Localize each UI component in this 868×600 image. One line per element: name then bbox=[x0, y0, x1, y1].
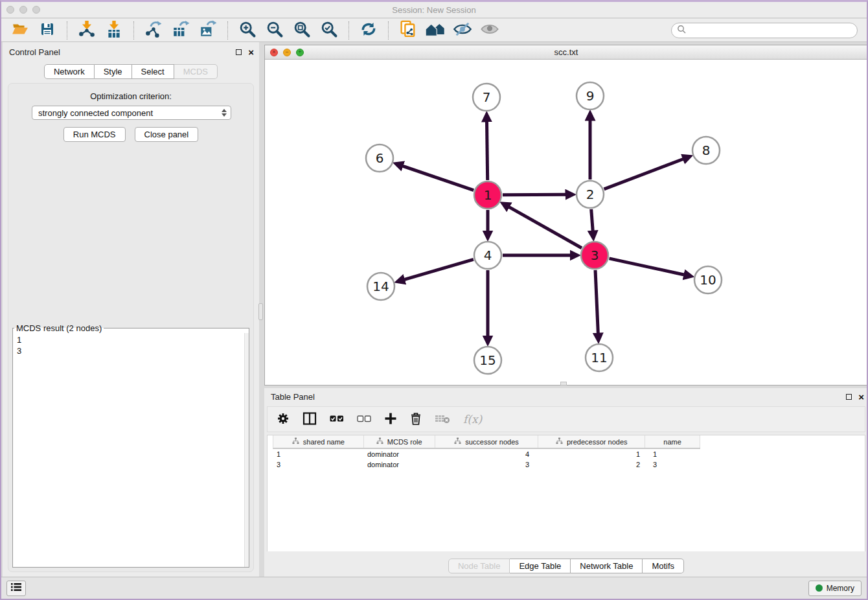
home-layout-button[interactable] bbox=[424, 20, 447, 41]
import-table-button[interactable] bbox=[102, 20, 126, 41]
manage-networks-button[interactable] bbox=[396, 20, 420, 41]
result-line: 3 bbox=[17, 345, 240, 356]
cell-predecessor-nodes: 1 bbox=[538, 449, 645, 459]
refresh-button[interactable] bbox=[357, 20, 380, 41]
delete-table-button[interactable] bbox=[435, 413, 450, 426]
export-network-button[interactable] bbox=[142, 20, 165, 41]
vertical-splitter-handle[interactable] bbox=[258, 303, 263, 320]
list-icon bbox=[10, 582, 22, 594]
graph-edge-1-7[interactable] bbox=[487, 122, 488, 180]
add-row-button[interactable] bbox=[384, 412, 397, 427]
cell-shared-name: 3 bbox=[273, 459, 363, 470]
cell-successor-nodes: 3 bbox=[435, 459, 538, 470]
app-title: Session: New Session bbox=[1, 5, 867, 15]
graph-edge-1-6[interactable] bbox=[403, 166, 474, 190]
table-panel-header: Table Panel × bbox=[264, 389, 864, 404]
network-files-icon bbox=[398, 19, 418, 41]
close-table-panel-icon[interactable]: × bbox=[858, 392, 864, 402]
graph-node-label-6: 6 bbox=[376, 150, 384, 166]
table-row[interactable]: 1 dominator 4 1 1 bbox=[273, 449, 700, 459]
memory-button[interactable]: Memory bbox=[808, 581, 862, 596]
table-header-row: shared name MCDS role successor nodes pr… bbox=[273, 435, 700, 449]
tab-select[interactable]: Select bbox=[132, 64, 174, 79]
tab-mcds[interactable]: MCDS bbox=[174, 64, 218, 79]
column-header-mcds-role[interactable]: MCDS role bbox=[364, 435, 435, 448]
open-session-button[interactable] bbox=[8, 20, 32, 41]
cell-predecessor-nodes: 2 bbox=[538, 459, 645, 470]
column-header-predecessor-nodes[interactable]: predecessor nodes bbox=[538, 435, 645, 448]
result-scrollbar[interactable] bbox=[244, 333, 249, 567]
zoom-in-button[interactable] bbox=[236, 20, 259, 41]
tab-motifs[interactable]: Motifs bbox=[643, 559, 684, 573]
tab-style[interactable]: Style bbox=[95, 64, 132, 79]
fx-icon: f(x) bbox=[463, 413, 482, 426]
graph-node-label-1: 1 bbox=[484, 187, 492, 203]
search-input[interactable] bbox=[690, 26, 852, 35]
control-panel-header: Control Panel × bbox=[3, 45, 254, 59]
hierarchy-icon bbox=[454, 437, 461, 446]
hide-selected-button[interactable] bbox=[451, 20, 474, 41]
graph-edge-2-3[interactable] bbox=[591, 209, 593, 231]
zoom-fit-button[interactable] bbox=[290, 20, 314, 41]
hierarchy-icon bbox=[292, 437, 299, 446]
show-columns-button[interactable] bbox=[303, 411, 317, 428]
import-network-button[interactable] bbox=[75, 20, 98, 41]
graph-node-label-14: 14 bbox=[372, 279, 389, 294]
graph-edge-1-2[interactable] bbox=[503, 194, 565, 195]
task-history-button[interactable] bbox=[6, 581, 26, 596]
tab-edge-table[interactable]: Edge Table bbox=[510, 559, 571, 573]
toolbar-separator bbox=[227, 21, 228, 40]
control-panel: Control Panel × Network Style Select MCD… bbox=[3, 42, 259, 580]
float-panel-icon[interactable] bbox=[236, 49, 242, 55]
function-builder-button[interactable]: f(x) bbox=[463, 413, 482, 426]
delete-row-button[interactable] bbox=[410, 412, 422, 427]
column-header-name[interactable]: name bbox=[645, 435, 700, 448]
float-table-panel-icon[interactable] bbox=[846, 394, 852, 400]
save-session-button[interactable] bbox=[36, 20, 59, 41]
export-network-icon bbox=[144, 20, 163, 40]
cell-shared-name: 1 bbox=[273, 449, 363, 459]
graph-node-label-15: 15 bbox=[479, 352, 496, 368]
deselect-all-icon bbox=[357, 414, 371, 425]
tab-node-table[interactable]: Node Table bbox=[448, 559, 510, 573]
hierarchy-icon bbox=[376, 437, 383, 446]
graph-edge-3-1[interactable] bbox=[509, 207, 582, 248]
deselect-all-button[interactable] bbox=[357, 414, 371, 425]
graph-edge-3-10[interactable] bbox=[609, 259, 683, 275]
horizontal-splitter-handle[interactable] bbox=[560, 382, 567, 386]
graph-node-label-2: 2 bbox=[586, 187, 595, 202]
status-bar: Memory bbox=[1, 577, 867, 599]
column-header-successor-nodes[interactable]: successor nodes bbox=[435, 435, 539, 448]
graph-edge-2-8[interactable] bbox=[604, 159, 683, 189]
table-tabs: Node Table Edge Table Network Table Moti… bbox=[264, 559, 868, 573]
trash-icon bbox=[410, 412, 422, 427]
zoom-out-button[interactable] bbox=[263, 20, 286, 41]
toolbar-separator bbox=[67, 21, 67, 40]
zoom-selected-button[interactable] bbox=[317, 20, 341, 41]
table-row[interactable]: 3 dominator 3 2 3 bbox=[273, 459, 700, 470]
tab-network-table[interactable]: Network Table bbox=[571, 559, 643, 573]
graph-edge-3-11[interactable] bbox=[595, 270, 598, 333]
show-all-button[interactable] bbox=[478, 20, 501, 41]
network-window: × − + scc.txt 7968124314101511 bbox=[264, 45, 868, 386]
control-panel-tabs: Network Style Select MCDS bbox=[3, 64, 259, 79]
close-panel-icon[interactable]: × bbox=[248, 47, 254, 57]
export-image-button[interactable] bbox=[196, 20, 220, 41]
export-image-icon bbox=[199, 20, 217, 40]
export-table-button[interactable] bbox=[169, 20, 192, 41]
app-window: Session: New Session bbox=[0, 0, 868, 600]
delete-table-icon bbox=[435, 413, 450, 426]
network-canvas[interactable]: 7968124314101511 bbox=[265, 60, 867, 385]
run-mcds-button[interactable]: Run MCDS bbox=[63, 127, 126, 142]
column-header-shared-name[interactable]: shared name bbox=[273, 435, 364, 448]
close-panel-button[interactable]: Close panel bbox=[135, 127, 199, 142]
select-all-button[interactable] bbox=[330, 414, 344, 425]
table-panel: Table Panel × bbox=[264, 388, 868, 579]
optimization-criterion-select[interactable]: strongly connected component bbox=[32, 106, 231, 120]
save-floppy-icon bbox=[40, 21, 55, 39]
main-toolbar bbox=[1, 19, 867, 42]
tab-network[interactable]: Network bbox=[44, 64, 95, 79]
graph-edge-4-14[interactable] bbox=[404, 259, 473, 279]
table-settings-button[interactable] bbox=[277, 412, 290, 427]
search-icon bbox=[677, 25, 686, 36]
